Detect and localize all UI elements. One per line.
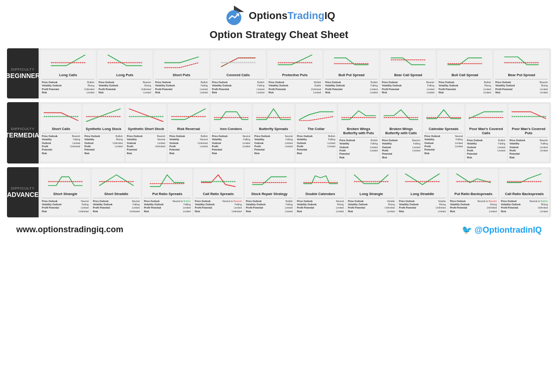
card-chart: [42, 171, 89, 190]
logo-text: OptionsTradingIQ: [249, 10, 335, 22]
card-info: Price Outlook Volatility Outlook Profit …: [84, 135, 122, 155]
volatility-label: Volatility Outlook: [169, 138, 186, 145]
volatility-value: Falling: [243, 138, 250, 141]
card-name: Call Ratio Backspreads: [505, 192, 544, 196]
card-info: Price Outlook Volatility Outlook Profit …: [212, 81, 265, 94]
footer-twitter: 🐦 @OptiontradinIQ: [462, 225, 542, 235]
price-outlook-label: Price Outlook: [246, 200, 262, 203]
card-divider: [246, 198, 293, 198]
risk-value: Limited: [115, 145, 123, 148]
risk-label: Risk: [510, 156, 515, 159]
card-labels: Price Outlook Volatility Outlook Profit …: [42, 81, 65, 94]
card-values: BearishFallingLimitedLimited: [527, 139, 548, 159]
card-values: BullishFallingLimitedLimited: [349, 81, 378, 94]
card-chart: [155, 52, 208, 72]
card-name: Long Straddle: [411, 192, 434, 196]
card-chart: [495, 52, 548, 72]
profit-value: Limited: [200, 88, 208, 91]
card-divider: [169, 133, 207, 133]
risk-label: Risk: [42, 210, 47, 213]
risk-label: Risk: [169, 152, 174, 155]
price-outlook-label: Price Outlook: [93, 200, 109, 203]
card: Long Calls Price Outlook Volatility Outl…: [40, 50, 96, 97]
card: Synthetic Short Stock Price Outlook Vola…: [126, 104, 166, 162]
card-values: Neutral to BullishFallingLimitedLimited: [165, 200, 191, 213]
card-info: Price Outlook Volatility Outlook Profit …: [297, 200, 344, 213]
risk-value: Limited: [489, 210, 497, 213]
card-labels: Price Outlook Volatility Outlook Profit …: [297, 200, 318, 213]
card-labels: Price Outlook Volatility Outlook Profit …: [144, 200, 165, 213]
risk-label: Risk: [42, 91, 47, 94]
card-values: BullishRisingUnlimitedLimited: [66, 81, 94, 94]
risk-value: Limited: [183, 210, 191, 213]
profit-label: Profit Potential: [339, 149, 357, 156]
card-info: Price Outlook Volatility Outlook Profit …: [339, 139, 378, 159]
profit-value: Limited: [455, 142, 463, 145]
difficulty-label-intermediate: Difficulty INTERMEDIATE: [7, 102, 39, 163]
difficulty-label-beginner: Difficulty BEGINNER: [7, 48, 39, 98]
card: Long Straddle Price Outlook Volatility O…: [398, 169, 447, 216]
volatility-value: Rising: [485, 84, 491, 87]
profit-value: Limited: [336, 206, 344, 209]
cards-row-beginner: Long Calls Price Outlook Volatility Outl…: [39, 48, 551, 98]
risk-value: Unlimited: [232, 210, 242, 213]
volatility-value: Falling: [184, 203, 191, 206]
price-outlook-label: Price Outlook: [254, 135, 270, 138]
price-outlook-label: Price Outlook: [42, 81, 58, 84]
risk-label: Risk: [269, 91, 274, 94]
card-name: Risk Reversal: [177, 127, 200, 131]
profit-label: Profit Potential: [195, 206, 212, 209]
volatility-value: Neutral: [200, 138, 208, 141]
profit-label: Profit Potential: [269, 88, 286, 91]
profit-value: Limited: [81, 206, 89, 209]
card-name: Poor Man's Covered Puts: [510, 127, 548, 135]
risk-value: Limited: [285, 145, 293, 148]
profit-label: Profit Potential: [169, 145, 186, 152]
volatility-label: Volatility Outlook: [99, 84, 118, 87]
volatility-value: Falling: [371, 84, 378, 87]
volatility-label: Volatility Outlook: [212, 138, 229, 145]
difficulty-text: Difficulty: [11, 186, 35, 190]
logo-options: Options: [249, 10, 287, 21]
risk-value: Limited: [242, 145, 250, 148]
risk-label: Risk: [501, 210, 506, 213]
card-chart: [254, 106, 292, 125]
price-outlook-label: Price Outlook: [84, 135, 100, 138]
profit-label: Profit Potential: [501, 206, 518, 209]
card-name: Short Calls: [52, 127, 70, 131]
price-outlook-label: Price Outlook: [212, 135, 228, 138]
volatility-label: Volatility Outlook: [93, 203, 113, 206]
card-labels: Price Outlook Volatility Outlook Profit …: [99, 81, 122, 94]
profit-label: Profit Potential: [510, 149, 527, 156]
volatility-value: Stable: [314, 84, 321, 87]
risk-label: Risk: [339, 156, 345, 159]
risk-label: Risk: [84, 152, 89, 155]
card: Put Ratio Spreads Price Outlook Volatili…: [142, 169, 192, 216]
profit-label: Profit Potential: [467, 149, 484, 156]
risk-label: Risk: [144, 210, 149, 213]
profit-label: Profit Potential: [450, 206, 467, 209]
risk-label: Risk: [467, 156, 472, 159]
section-beginner: Difficulty BEGINNER Long Calls Price Out…: [7, 48, 551, 98]
price-outlook-value: Bullish: [200, 81, 207, 84]
risk-label: Risk: [399, 210, 404, 213]
card-labels: Price Outlook Volatility Outlook Profit …: [348, 200, 369, 213]
price-outlook-value: Neutral: [242, 135, 250, 138]
card-chart: [212, 52, 265, 72]
risk-label: Risk: [212, 152, 217, 155]
risk-label: Risk: [195, 210, 200, 213]
profit-value: Limited: [540, 88, 548, 91]
risk-value: Limited: [455, 145, 463, 148]
card-labels: Price Outlook Volatility Outlook Profit …: [510, 139, 527, 159]
volatility-value: Rising: [541, 203, 548, 206]
price-outlook-value: Bearish: [412, 139, 420, 142]
profit-label: Profit Potential: [438, 88, 456, 91]
price-outlook-label: Price Outlook: [195, 200, 211, 203]
card-labels: Price Outlook Volatility Outlook Profit …: [127, 135, 144, 155]
card-chart: [269, 52, 321, 72]
card-chart: [325, 52, 378, 72]
volatility-value: Falling: [456, 138, 463, 141]
profit-value: Limited: [183, 206, 191, 209]
card-info: Price Outlook Volatility Outlook Profit …: [450, 200, 497, 213]
card-info: Price Outlook Volatility Outlook Profit …: [325, 81, 378, 94]
